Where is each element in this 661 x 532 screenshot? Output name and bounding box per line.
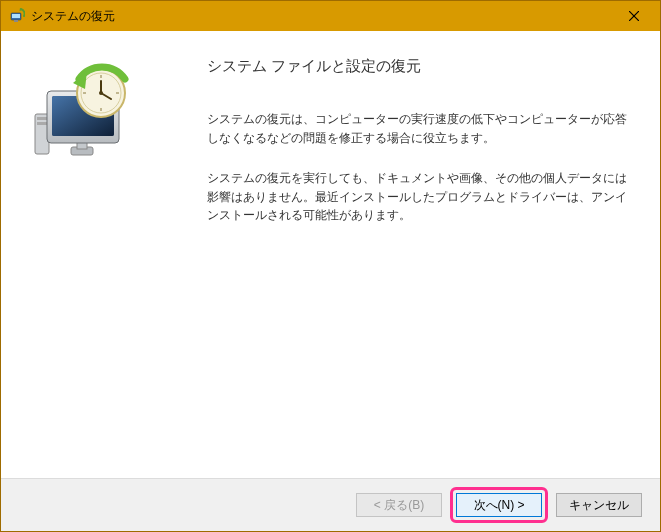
intro-paragraph-2: システムの復元を実行しても、ドキュメントや画像、その他の個人データには影響はあり… [207, 169, 632, 225]
cancel-button[interactable]: キャンセル [556, 493, 642, 517]
svg-point-22 [99, 91, 103, 95]
titlebar: システムの復元 [1, 1, 660, 31]
back-button: < 戻る(B) [356, 493, 442, 517]
intro-paragraph-1: システムの復元は、コンピューターの実行速度の低下やコンピューターが応答しなくなる… [207, 110, 632, 147]
close-icon [629, 11, 639, 21]
window-title: システムの復元 [31, 8, 612, 25]
svg-rect-7 [37, 117, 47, 120]
system-restore-icon [9, 8, 25, 24]
next-button-highlight: 次へ(N) > [450, 487, 548, 523]
svg-rect-1 [12, 14, 20, 18]
svg-rect-2 [14, 20, 18, 22]
next-button[interactable]: 次へ(N) > [456, 493, 542, 517]
content-area: システム ファイルと設定の復元 システムの復元は、コンピューターの実行速度の低下… [1, 31, 660, 479]
graphic-pane [1, 31, 171, 478]
system-restore-window: システムの復元 [0, 0, 661, 532]
svg-rect-8 [37, 122, 47, 125]
system-restore-graphic-icon [29, 59, 139, 169]
wizard-footer: < 戻る(B) 次へ(N) > キャンセル [1, 479, 660, 531]
text-pane: システム ファイルと設定の復元 システムの復元は、コンピューターの実行速度の低下… [171, 31, 660, 478]
page-heading: システム ファイルと設定の復元 [207, 57, 632, 76]
close-button[interactable] [612, 2, 656, 30]
